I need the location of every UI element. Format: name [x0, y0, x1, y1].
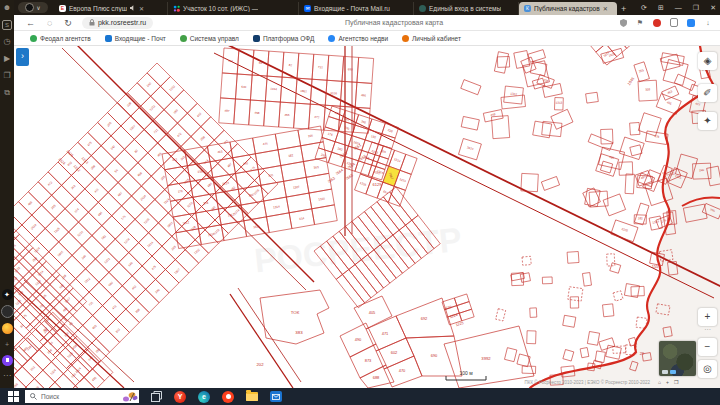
svg-text:411: 411	[228, 59, 233, 63]
svg-text:7565: 7565	[345, 173, 354, 181]
history-clock-icon[interactable]: ◷	[2, 37, 12, 47]
svg-text:640: 640	[241, 85, 247, 89]
svg-text:458: 458	[254, 111, 260, 115]
mail-app-icon[interactable]	[270, 391, 282, 402]
screens-icon[interactable]: ⧉	[2, 88, 12, 98]
yandex-start-icon[interactable]	[222, 391, 234, 403]
svg-text:238: 238	[387, 128, 393, 133]
bookmark-item[interactable]: Личный кабинет	[402, 35, 461, 42]
browser-tab[interactable]: КПубличная кадастров✕	[519, 2, 617, 15]
play-icon[interactable]: ▶	[2, 54, 12, 64]
download-icon[interactable]: ↓	[704, 19, 712, 27]
svg-text:176: 176	[177, 189, 183, 194]
zoom-out-button[interactable]: −	[698, 338, 717, 356]
start-button[interactable]	[8, 391, 19, 402]
svg-text:240: 240	[81, 254, 88, 261]
basemap-thumbnail[interactable]	[659, 341, 696, 376]
svg-text:1313: 1313	[103, 257, 111, 265]
tableau-icon[interactable]: ◌	[47, 18, 52, 28]
protect-shield-icon[interactable]	[619, 19, 627, 27]
zoom-in-button[interactable]: +	[698, 308, 717, 326]
svg-text:205: 205	[170, 245, 177, 252]
svg-text:ТОК: ТОК	[291, 310, 300, 315]
tile-tabs-icon[interactable]: ⊞	[658, 4, 664, 12]
favicon-pkk: К	[524, 5, 531, 12]
file-explorer-icon[interactable]	[246, 392, 258, 401]
bookmark-favicon	[253, 35, 260, 42]
geolocation-button[interactable]: ◎	[698, 360, 717, 378]
bookmark-item[interactable]: Система управл	[180, 35, 239, 42]
svg-text:56: 56	[114, 168, 119, 173]
svg-text:363: 363	[180, 155, 187, 162]
collections-icon[interactable]: ❐	[2, 71, 12, 81]
profile-icon[interactable]: ☻	[2, 3, 12, 13]
svg-text:6129: 6129	[373, 182, 383, 187]
bookmark-item[interactable]: Платформа ОФД	[253, 35, 315, 42]
bookmark-item[interactable]: Входящие - Почт	[105, 35, 166, 42]
browser-tab[interactable]: Единый вход в системы	[414, 2, 519, 15]
browser-tab[interactable]: Участок 10 сот. (ИЖС) —	[168, 2, 299, 15]
cadastral-map[interactable]: РОСРЕЕСТР4864874584554724634752052382401…	[14, 46, 720, 388]
svg-text:1314: 1314	[652, 219, 660, 224]
sidebar-more-icon[interactable]: ⋯	[2, 371, 12, 381]
svg-text:1314: 1314	[393, 157, 401, 163]
layers-button[interactable]: ◈	[698, 52, 717, 70]
sparkle-badge-icon[interactable]: ✦	[2, 289, 13, 300]
tab-close-icon[interactable]: ✕	[603, 5, 608, 12]
bookmark-flag-icon[interactable]: ⚑	[636, 19, 644, 27]
bookmark-favicon	[30, 35, 37, 42]
svg-text:1324: 1324	[34, 279, 42, 287]
bookmark-item[interactable]: Агентство недви	[328, 35, 388, 42]
svg-text:340: 340	[110, 144, 117, 151]
svg-text:731: 731	[318, 65, 324, 69]
favicon-mail: ✉	[304, 5, 311, 12]
tab-audio-icon[interactable]	[130, 5, 136, 12]
adguard-icon[interactable]	[653, 19, 661, 27]
sync-icon[interactable]: ⟳	[641, 4, 647, 12]
svg-text:1014: 1014	[37, 269, 45, 277]
svg-text:7563: 7563	[327, 176, 336, 184]
close-button[interactable]: ✕	[710, 4, 716, 12]
svg-text:640: 640	[87, 355, 94, 362]
favorites-star-button[interactable]: ✦	[698, 112, 717, 130]
alice-badge-icon[interactable]	[2, 355, 13, 366]
svg-text:1224: 1224	[449, 313, 458, 319]
yandex-browser-icon[interactable]: Y	[174, 391, 186, 403]
browser-tab[interactable]: ЕЕвропа Плюс слуш✕	[54, 2, 168, 15]
bookmark-favicon	[402, 35, 409, 42]
svg-text:2624: 2624	[139, 194, 147, 202]
new-tab-button[interactable]: +	[621, 4, 626, 14]
browser-menu-button[interactable]: ∨	[18, 2, 48, 13]
svg-text:471: 471	[382, 331, 389, 336]
measure-button[interactable]: ✐	[698, 84, 717, 102]
chat-extension-icon[interactable]	[670, 19, 678, 27]
svg-text:358: 358	[90, 164, 97, 171]
panel-expand-button[interactable]: ›	[16, 48, 29, 66]
edge-icon[interactable]: e	[198, 391, 210, 403]
tab-close-icon[interactable]: ✕	[139, 5, 144, 12]
svg-text:487: 487	[117, 191, 124, 198]
s-panel-icon[interactable]: S	[2, 20, 12, 30]
back-button[interactable]: ←	[26, 18, 35, 28]
svg-text:1325: 1325	[359, 181, 367, 187]
bookmark-label: Личный кабинет	[412, 35, 461, 42]
restore-button[interactable]: ❐	[693, 4, 699, 12]
favicon-europa: Е	[59, 5, 66, 12]
add-panel-icon[interactable]: +	[2, 339, 13, 350]
lock-icon	[89, 19, 95, 26]
flame-badge-icon[interactable]	[2, 323, 13, 334]
browser-tab[interactable]: ✉Входящие - Почта Mail.ru	[299, 2, 414, 15]
reload-button[interactable]: ↻	[64, 18, 72, 28]
search-highlight-butterfly-icon	[119, 390, 139, 403]
bookmark-item[interactable]: Феодал агентств	[30, 35, 91, 42]
windows-taskbar: Поиск Y e	[0, 388, 720, 405]
mail-agent-icon[interactable]	[687, 19, 695, 27]
taskbar-search-input[interactable]: Поиск	[25, 390, 139, 403]
svg-text:692: 692	[421, 316, 428, 321]
browser-sidebar: ☻ S ◷ ▶ ❐ ⧉ ✦ + ⋯	[0, 0, 14, 388]
ring-badge-icon[interactable]	[1, 305, 14, 318]
url-text: pkk.rosreestr.ru	[98, 19, 146, 26]
url-field[interactable]: pkk.rosreestr.ru	[82, 17, 153, 29]
minimize-button[interactable]: —	[675, 4, 682, 11]
task-view-icon[interactable]	[151, 391, 162, 402]
